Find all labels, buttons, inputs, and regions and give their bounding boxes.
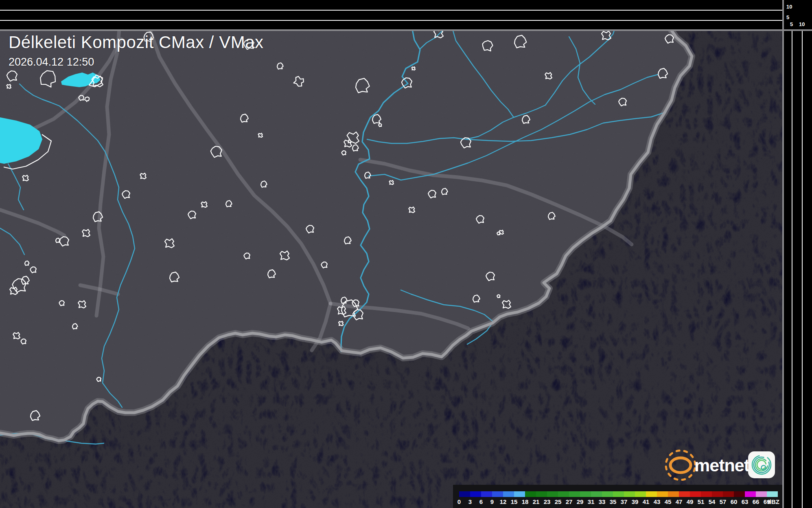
map-top-edge-line bbox=[0, 29, 812, 31]
legend-tick-label: 31 bbox=[588, 498, 595, 505]
height-gridline-10km bbox=[0, 10, 782, 11]
legend-segment bbox=[503, 491, 514, 497]
legend-tick-label: 0 bbox=[457, 498, 461, 505]
legend-segment bbox=[536, 491, 547, 497]
legend-segment bbox=[635, 491, 646, 497]
legend-tick-label: 54 bbox=[709, 498, 716, 505]
height-gridline-5km bbox=[0, 20, 782, 21]
legend-segment bbox=[591, 491, 602, 497]
legend-tick-label: 41 bbox=[643, 498, 650, 505]
legend-segment bbox=[646, 491, 657, 497]
legend-segment bbox=[657, 491, 668, 497]
legend-tick-label: 47 bbox=[676, 498, 683, 505]
legend-tick-label: 3 bbox=[468, 498, 472, 505]
legend-tick-label: 63 bbox=[742, 498, 749, 505]
legend-segment bbox=[459, 491, 470, 497]
legend-tick-label: 6 bbox=[479, 498, 483, 505]
legend-segment bbox=[767, 491, 778, 497]
right-height-profile-panel bbox=[784, 31, 812, 508]
metnet-branding: metnet bbox=[663, 446, 781, 484]
legend-tick-label: 21 bbox=[533, 498, 540, 505]
legend-segment bbox=[492, 491, 503, 497]
legend-segment bbox=[734, 491, 745, 497]
height-gridline-10km bbox=[802, 31, 803, 508]
legend-segment bbox=[569, 491, 580, 497]
legend-tick-label: 43 bbox=[654, 498, 661, 505]
legend-tick-label: 49 bbox=[687, 498, 694, 505]
top-profile-tick-10: 10 bbox=[786, 4, 792, 10]
dbz-color-scale: 0369121518212325272931333537394143454749… bbox=[453, 485, 782, 508]
right-profile-tick-5: 5 bbox=[790, 22, 793, 27]
legend-segment bbox=[679, 491, 690, 497]
legend-bar bbox=[459, 491, 778, 497]
legend-tick-label: 9 bbox=[490, 498, 494, 505]
legend-tick-label: 12 bbox=[500, 498, 507, 505]
map-right-edge-line bbox=[782, 0, 784, 508]
legend-tick-label: 57 bbox=[720, 498, 727, 505]
legend-tick-label: 45 bbox=[665, 498, 672, 505]
sun-logo-icon bbox=[663, 448, 698, 482]
legend-labels: 0369121518212325272931333537394143454749… bbox=[453, 498, 782, 506]
top-height-profile-panel bbox=[0, 0, 782, 29]
legend-tick-label: 15 bbox=[511, 498, 518, 505]
radar-map-canvas bbox=[0, 29, 782, 508]
legend-segment bbox=[481, 491, 492, 497]
legend-tick-label: 39 bbox=[632, 498, 639, 505]
legend-segment bbox=[690, 491, 701, 497]
legend-tick-label: 60 bbox=[731, 498, 738, 505]
legend-segment bbox=[613, 491, 624, 497]
legend-tick-label: 51 bbox=[698, 498, 705, 505]
radar-composite-screen: 10 5 5 10 Délkeleti Kompozit CMax / VMax… bbox=[0, 0, 812, 508]
legend-tick-label: 35 bbox=[610, 498, 617, 505]
legend-tick-label: 33 bbox=[599, 498, 606, 505]
legend-tick-label: 18 bbox=[522, 498, 529, 505]
legend-segment bbox=[602, 491, 613, 497]
height-gridline-5km bbox=[792, 31, 792, 508]
metnet-wordmark: metnet bbox=[694, 455, 750, 475]
legend-tick-label: 27 bbox=[566, 498, 573, 505]
legend-segment bbox=[624, 491, 635, 497]
top-profile-tick-5: 5 bbox=[786, 15, 789, 20]
legend-tick-label: 23 bbox=[544, 498, 551, 505]
legend-tick-label: 66 bbox=[753, 498, 759, 505]
legend-unit-label: dBZ bbox=[768, 498, 779, 505]
right-profile-tick-10: 10 bbox=[799, 22, 805, 27]
legend-segment bbox=[712, 491, 723, 497]
metnet-spiral-icon bbox=[748, 451, 775, 478]
legend-segment bbox=[558, 491, 569, 497]
legend-segment bbox=[756, 491, 767, 497]
legend-tick-label: 29 bbox=[577, 498, 584, 505]
legend-segment bbox=[668, 491, 679, 497]
timestamp: 2026.04.12 12:50 bbox=[9, 56, 264, 68]
legend-segment bbox=[547, 491, 558, 497]
legend-segment bbox=[525, 491, 536, 497]
legend-segment bbox=[580, 491, 591, 497]
map-header: Délkeleti Kompozit CMax / VMax 2026.04.1… bbox=[9, 33, 264, 68]
legend-segment bbox=[701, 491, 712, 497]
profile-axis-corner: 10 5 5 10 bbox=[784, 0, 812, 29]
legend-tick-label: 37 bbox=[621, 498, 628, 505]
legend-segment bbox=[470, 491, 481, 497]
legend-segment bbox=[745, 491, 756, 497]
legend-segment bbox=[514, 491, 525, 497]
page-title: Délkeleti Kompozit CMax / VMax bbox=[9, 33, 264, 52]
legend-segment bbox=[723, 491, 734, 497]
legend-tick-label: 25 bbox=[555, 498, 562, 505]
